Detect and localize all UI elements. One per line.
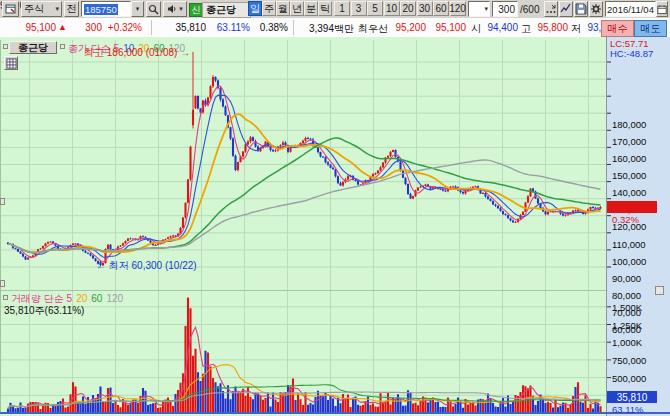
- tab-period-day[interactable]: 일: [248, 1, 262, 16]
- volume-axis-label: 1,500K: [612, 302, 662, 313]
- price-volume-chart[interactable]: [0, 37, 670, 416]
- minute-label: 3: [356, 3, 362, 14]
- stock-name-field[interactable]: 종근당: [202, 2, 251, 18]
- minute-button-3[interactable]: 3: [351, 1, 367, 16]
- tab-period-week[interactable]: 주: [262, 1, 276, 16]
- price-axis-label: 180,000: [612, 119, 662, 130]
- search-button[interactable]: [146, 1, 161, 17]
- volume-badge-pct: 63.11%: [612, 404, 644, 415]
- new-stock-badge: 신: [189, 3, 203, 17]
- pane-marker[interactable]: [60, 44, 65, 49]
- volume-axis-label: 1,000K: [612, 337, 662, 348]
- trade-value: 3,394백만: [298, 22, 354, 36]
- sell-label: 매도: [641, 22, 661, 36]
- divider: [151, 20, 152, 35]
- price-axis-label: 80,000: [612, 290, 662, 301]
- right-arrow-icon: →: [180, 47, 190, 58]
- vma20-label: 20: [76, 293, 87, 304]
- candle-max-label: /600: [520, 4, 539, 15]
- buy-button[interactable]: 매수: [601, 20, 634, 37]
- minute-label: 1: [339, 3, 345, 14]
- left-arrow-icon: ←: [96, 260, 106, 271]
- stock-name-label: 종근당: [206, 3, 236, 17]
- price-change-pct: +0.32%: [102, 22, 142, 33]
- asset-type-label: 주식: [24, 2, 44, 16]
- tab-period-minute[interactable]: 분: [304, 1, 318, 16]
- tab-label: 일: [250, 2, 260, 16]
- candle-count-input[interactable]: 300: [492, 1, 518, 17]
- price-axis-label: 140,000: [612, 187, 662, 198]
- compare-chart-button[interactable]: [544, 1, 558, 17]
- turnover-pct: 0.38%: [252, 22, 288, 33]
- buy-label: 매수: [608, 22, 628, 36]
- save-button[interactable]: [574, 1, 588, 17]
- minute-button-1[interactable]: 1: [334, 1, 350, 16]
- trendline-tool-button[interactable]: [559, 1, 573, 17]
- interval-combo[interactable]: ▾: [468, 1, 490, 17]
- trendline-icon: [560, 3, 572, 15]
- search-icon: [148, 4, 159, 15]
- high-price: 95,800: [532, 22, 568, 33]
- tab-label: 틱: [320, 2, 330, 16]
- minute-label: 20: [402, 3, 413, 14]
- minute-label: 5: [372, 3, 378, 14]
- asset-type-combo[interactable]: 주식 ▾: [21, 1, 62, 17]
- settings-button[interactable]: [589, 1, 603, 17]
- volume-summary-text: 35,810주(63.11%): [4, 304, 84, 318]
- stock-code-input[interactable]: 185750: [81, 1, 131, 17]
- tab-period-month[interactable]: 월: [276, 1, 290, 16]
- low-label: 저: [571, 22, 581, 36]
- compare-chart-icon: [545, 3, 557, 15]
- minute-label: 10: [386, 3, 397, 14]
- volume-axis-label: 1,250K: [612, 320, 662, 331]
- low-annotation: ← 최저 60,300 (10/22): [96, 259, 197, 273]
- minute-button-30[interactable]: 30: [417, 1, 433, 16]
- chart-bottom-scroll-edge[interactable]: [0, 412, 670, 414]
- window-link-button[interactable]: [2, 1, 19, 17]
- jeon-label: 전: [67, 2, 77, 16]
- price-axis-label: 170,000: [612, 136, 662, 147]
- minute-button-10[interactable]: 10: [384, 1, 400, 16]
- date-input[interactable]: 2016/11/04: [605, 1, 656, 17]
- price-badge-pct: 0.32%: [612, 214, 639, 225]
- grid-settings-button[interactable]: [4, 56, 18, 70]
- minute-label: 60: [435, 3, 446, 14]
- chevron-down-icon: ▾: [55, 5, 59, 13]
- chevron-down-icon: ▾: [484, 5, 489, 13]
- volume-legend-label: 거래량 단순 5: [11, 293, 72, 304]
- chart-stock-label-box[interactable]: 종근당: [9, 41, 57, 54]
- jeon-button[interactable]: 전: [64, 1, 79, 17]
- stock-code-value: 185750: [84, 4, 118, 15]
- current-price: 95,100: [8, 22, 56, 33]
- hc-label: HC:-48.87: [610, 48, 653, 59]
- best-ask: 95,200: [390, 22, 426, 33]
- pane-marker[interactable]: [3, 44, 8, 49]
- minute-button-5[interactable]: 5: [367, 1, 383, 16]
- calendar-button[interactable]: [656, 1, 668, 17]
- tab-period-tick[interactable]: 틱: [318, 1, 332, 16]
- stock-code-dropdown-button[interactable]: ▾: [131, 1, 144, 17]
- best-bid: 95,100: [430, 22, 466, 33]
- vma60-label: 60: [91, 293, 102, 304]
- grid-icon: [6, 58, 17, 69]
- chevron-down-icon: ▾: [136, 5, 140, 13]
- sound-button[interactable]: ▾: [163, 1, 187, 17]
- minute-button-20[interactable]: 20: [400, 1, 416, 16]
- save-icon: [575, 3, 587, 15]
- stock-chart-window: 주식 ▾ 전 185750 ▾ ▾ 신 종근당 일 주 월 년 분 틱 1 3 …: [0, 0, 670, 416]
- volume-axis-label: 750,000: [612, 355, 662, 366]
- high-label: 고: [521, 22, 531, 36]
- chart-stock-label: 종근당: [18, 41, 48, 55]
- sell-button[interactable]: 매도: [634, 20, 667, 37]
- best-quote-label: 최우선: [358, 22, 388, 36]
- price-change: 300: [76, 22, 102, 33]
- minute-button-60[interactable]: 60: [433, 1, 449, 16]
- left-split-handle[interactable]: [0, 280, 5, 287]
- calendar-icon: [657, 4, 667, 15]
- minute-button-120[interactable]: 120: [450, 1, 466, 16]
- plot-background: [0, 37, 607, 416]
- pane-marker[interactable]: [3, 295, 8, 300]
- tab-period-year[interactable]: 년: [290, 1, 304, 16]
- minute-label: 120: [449, 3, 466, 14]
- left-split-handle[interactable]: [0, 198, 5, 205]
